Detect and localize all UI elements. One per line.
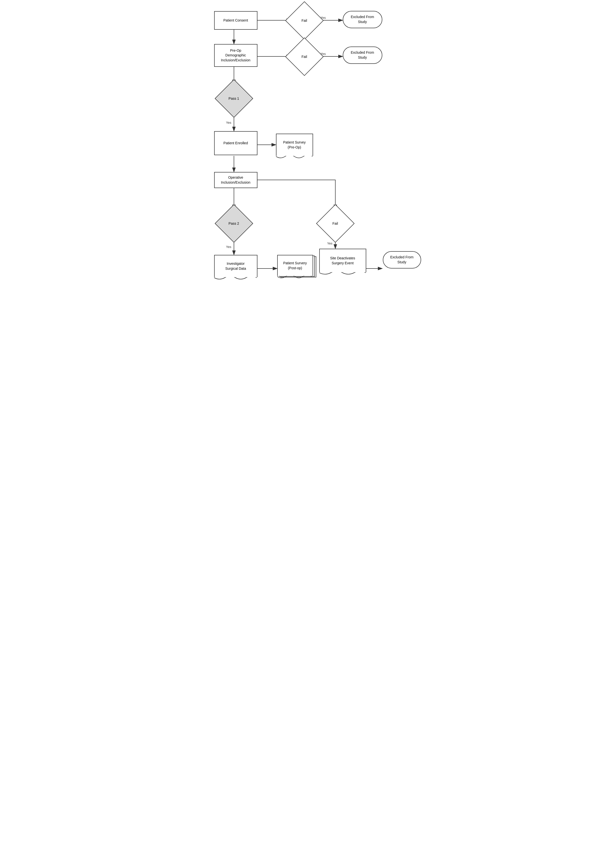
patient-survey-preop-label: Patient Survey (Pre-Op) [283,140,306,150]
fail1-diamond [285,1,324,40]
svg-text:Yes: Yes [226,245,231,249]
patient-survey-postop-doc: Patient Survery (Post-op) [277,255,313,276]
excluded3-shape: Excluded From Study [383,251,421,268]
preop-demo-box: Pre-Op Demographic Inclusion/Exclusion [214,44,257,67]
operative-ie-box: Operative Inclusion/Exclusion [214,172,257,188]
fail3-diamond-wrap: Fail [321,209,350,238]
patient-consent-label: Patient Consent [223,18,248,23]
preop-demo-label: Pre-Op Demographic Inclusion/Exclusion [221,48,250,63]
patient-consent-box: Patient Consent [214,11,257,30]
patient-survey-preop-doc: Patient Survey (Pre-Op) [276,133,313,156]
investigator-doc: Investigator Surgical Data [214,255,257,277]
fail2-diamond-wrap: Fail [290,45,319,68]
excluded2-label: Excluded From Study [351,50,374,60]
patient-enrolled-label: Patient Enrolled [223,141,248,146]
site-deactivates-label: Site Deactivates Surgery Event [330,256,355,265]
site-deactivates-doc: Site Deactivates Surgery Event [319,249,366,272]
operative-ie-label: Operative Inclusion/Exclusion [221,175,250,185]
fail2-diamond [285,37,324,76]
excluded1-shape: Excluded From Study [343,11,382,28]
pass1-diamond [215,79,253,118]
patient-survey-postop-label: Patient Survery (Post-op) [283,261,307,270]
pass1-diamond-wrap: Pass 1 [219,84,249,113]
excluded2-shape: Excluded From Study [343,46,382,64]
fail1-diamond-wrap: Fail [290,9,319,32]
fail3-diamond [316,204,355,243]
flowchart: Yes Yes Yes Yes Yes Patient [212,8,405,275]
patient-enrolled-box: Patient Enrolled [214,131,257,155]
pass2-diamond [215,204,253,243]
excluded3-label: Excluded From Study [390,255,413,265]
svg-text:Yes: Yes [327,242,333,245]
pass2-diamond-wrap: Pass 2 [219,209,249,238]
excluded1-label: Excluded From Study [351,15,374,24]
investigator-label: Investigator Surgical Data [225,261,246,271]
svg-text:Yes: Yes [226,121,231,124]
